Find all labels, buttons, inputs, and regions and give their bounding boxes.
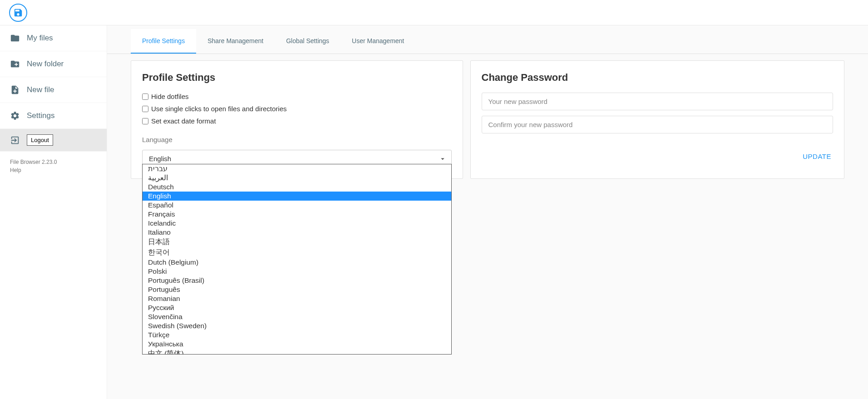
- note-add-icon: [10, 85, 20, 95]
- sidebar-item-label: New file: [27, 85, 54, 94]
- language-option[interactable]: Deutsch: [143, 182, 451, 192]
- language-option[interactable]: עברית: [143, 164, 451, 173]
- single-click-row[interactable]: Use single clicks to open files and dire…: [142, 105, 452, 113]
- update-button[interactable]: UPDATE: [801, 150, 833, 163]
- language-option[interactable]: Romanian: [143, 294, 451, 303]
- settings-icon: [10, 111, 20, 121]
- language-option[interactable]: 한국어: [143, 247, 451, 258]
- tab-profile-settings[interactable]: Profile Settings: [131, 29, 196, 54]
- language-option[interactable]: Português (Brasil): [143, 276, 451, 285]
- language-option[interactable]: 日本語: [143, 237, 451, 247]
- logout-icon: [10, 135, 20, 145]
- logout-button[interactable]: Logout: [27, 134, 53, 146]
- language-option[interactable]: Italiano: [143, 228, 451, 237]
- version-text: File Browser 2.23.0: [10, 158, 97, 166]
- language-option[interactable]: العربية: [143, 173, 451, 182]
- sidebar: My files New folder New file Settings Lo…: [0, 25, 107, 399]
- profile-settings-title: Profile Settings: [142, 72, 452, 84]
- content-area: Profile Settings Share Management Global…: [107, 25, 868, 399]
- sidebar-item-label: My files: [27, 34, 53, 43]
- single-click-label: Use single clicks to open files and dire…: [151, 105, 286, 113]
- tab-global-settings[interactable]: Global Settings: [275, 29, 340, 54]
- sidebar-item-logout[interactable]: Logout: [0, 129, 107, 152]
- language-option[interactable]: Dutch (Belgium): [143, 258, 451, 267]
- language-option[interactable]: Українська: [143, 340, 451, 349]
- save-disk-icon: [13, 8, 23, 18]
- hide-dotfiles-row[interactable]: Hide dotfiles: [142, 93, 452, 100]
- single-click-checkbox[interactable]: [142, 106, 148, 112]
- language-option[interactable]: 中文 (简体): [143, 349, 451, 355]
- language-option[interactable]: Polski: [143, 267, 451, 276]
- language-label: Language: [142, 136, 452, 143]
- language-option[interactable]: Português: [143, 285, 451, 294]
- confirm-password-input[interactable]: [482, 116, 833, 133]
- exact-date-row[interactable]: Set exact date format: [142, 117, 452, 125]
- language-option[interactable]: Français: [143, 210, 451, 219]
- language-option[interactable]: Español: [143, 201, 451, 210]
- sidebar-footer: File Browser 2.23.0 Help: [0, 152, 107, 181]
- language-option[interactable]: Swedish (Sweden): [143, 321, 451, 330]
- exact-date-checkbox[interactable]: [142, 118, 148, 124]
- new-password-input[interactable]: [482, 93, 833, 110]
- hide-dotfiles-checkbox[interactable]: [142, 94, 148, 100]
- language-option[interactable]: Icelandic: [143, 219, 451, 228]
- create-folder-icon: [10, 59, 20, 69]
- sidebar-item-new-folder[interactable]: New folder: [0, 51, 107, 77]
- language-dropdown[interactable]: עבריתالعربيةDeutschEnglishEspañolFrançai…: [142, 164, 452, 355]
- change-password-title: Change Password: [482, 72, 833, 84]
- exact-date-label: Set exact date format: [151, 117, 216, 125]
- tab-share-management[interactable]: Share Management: [196, 29, 275, 54]
- tabs-bar: Profile Settings Share Management Global…: [107, 25, 868, 54]
- sidebar-item-label: Settings: [27, 111, 54, 120]
- tab-user-management[interactable]: User Management: [340, 29, 415, 54]
- language-option[interactable]: Türkçe: [143, 330, 451, 340]
- sidebar-item-label: New folder: [27, 59, 64, 69]
- sidebar-item-settings[interactable]: Settings: [0, 103, 107, 129]
- help-link[interactable]: Help: [10, 166, 97, 174]
- profile-settings-card: Profile Settings Hide dotfiles Use singl…: [131, 60, 463, 179]
- hide-dotfiles-label: Hide dotfiles: [151, 93, 189, 100]
- sidebar-item-new-file[interactable]: New file: [0, 77, 107, 103]
- header: [0, 0, 868, 25]
- folder-icon: [10, 33, 20, 43]
- language-option[interactable]: Русский: [143, 303, 451, 312]
- sidebar-item-my-files[interactable]: My files: [0, 25, 107, 51]
- language-option[interactable]: Slovenčina: [143, 312, 451, 321]
- app-logo[interactable]: [9, 4, 27, 22]
- change-password-card: Change Password UPDATE: [470, 60, 844, 179]
- language-option[interactable]: English: [143, 192, 451, 201]
